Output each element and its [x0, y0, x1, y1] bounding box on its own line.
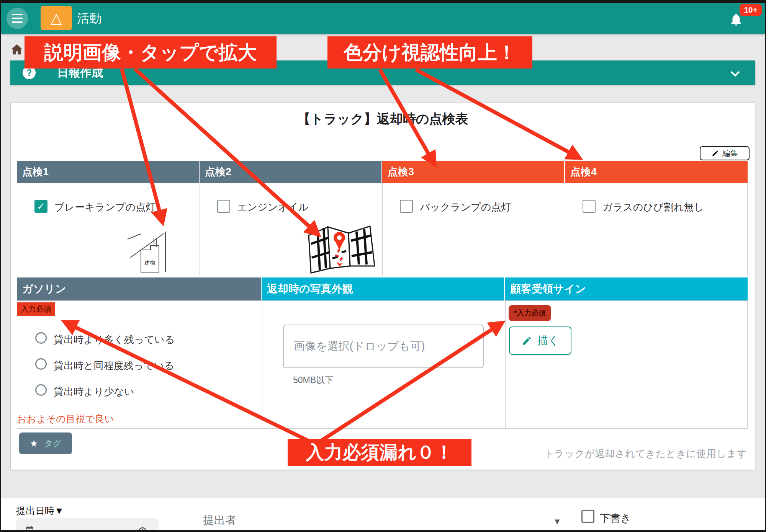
edit-button[interactable]: 編集 — [700, 146, 750, 160]
draw-button-label: 描く — [537, 333, 559, 348]
checkbox-glass-crack[interactable] — [583, 200, 596, 213]
checkbox-brake-lamp[interactable]: ✓ — [34, 200, 47, 213]
draft-checkbox-label: 下書き — [600, 511, 631, 525]
annotation-banner-bottom: 入力必須漏れ０！ — [288, 439, 471, 466]
page: △ 活動 10+ ? 日報作成 【トラック】返却時の点検表 編集 点検1 点検2… — [0, 0, 766, 532]
app-logo[interactable]: △ — [41, 6, 72, 30]
pencil-icon — [522, 336, 532, 346]
window-frame-top — [0, 0, 766, 3]
signature-header: 顧客受領サイン — [505, 277, 748, 300]
annotation-banner-top-right: 色分け視認性向上！ — [327, 36, 532, 69]
checkbox-label-back-lamp: バックランプの点灯 — [420, 201, 511, 214]
checkbox-label-brake-lamp: ブレーキランプの点灯 — [54, 201, 155, 214]
required-badge-signature: *入力必須 — [509, 305, 551, 321]
inspection-header-1: 点検1 — [17, 161, 200, 183]
gasoline-header: ガソリン — [17, 277, 262, 300]
submitter-label: 提出者 — [203, 513, 236, 528]
window-frame-left — [0, 0, 1, 532]
window-frame-bottom — [0, 530, 766, 532]
notification-badge: 10+ — [740, 4, 762, 16]
checkbox-label-glass-crack: ガラスのひび割れ無し — [602, 201, 704, 214]
image-upload-box[interactable]: 画像を選択(ドロップも可) — [283, 325, 484, 368]
form-title: 【トラック】返却時の点検表 — [10, 110, 755, 128]
checkbox-label-engine-oil: エンジンオイル — [237, 201, 308, 214]
radio-label-fuel-same: 貸出時と同程度残っている — [54, 359, 174, 372]
inspection-header-3: 点検3 — [382, 161, 565, 183]
image-upload-placeholder: 画像を選択(ドロップも可) — [294, 339, 425, 354]
inspection-header-2: 点検2 — [200, 161, 382, 183]
star-icon: ★ — [30, 438, 38, 449]
chevron-down-icon[interactable] — [730, 67, 740, 77]
menu-button[interactable] — [7, 8, 28, 29]
app-title: 活動 — [77, 3, 101, 34]
pencil-icon — [712, 150, 719, 157]
triangle-icon: △ — [51, 10, 62, 26]
radio-fuel-less[interactable] — [35, 384, 47, 396]
dropdown-caret-icon[interactable]: ▼ — [553, 517, 561, 527]
tag-button[interactable]: ★ タグ — [19, 432, 72, 454]
annotation-banner-top-left: 説明画像・タップで拡大 — [25, 36, 277, 69]
draft-checkbox[interactable] — [581, 510, 594, 523]
submit-date-sort-label[interactable]: 提出日時▼ — [16, 504, 64, 517]
checkbox-back-lamp[interactable] — [400, 200, 413, 213]
map-image[interactable] — [306, 223, 378, 275]
gasoline-note: おおよその目視で良い — [17, 413, 114, 425]
draw-button[interactable]: 描く — [509, 326, 571, 355]
inspection-header-4: 点検4 — [565, 161, 748, 183]
radio-fuel-more[interactable] — [35, 332, 47, 344]
upload-size-hint: 50MB以下 — [293, 374, 334, 386]
checkbox-engine-oil[interactable] — [217, 200, 230, 213]
radio-label-fuel-less: 貸出時より少ない — [54, 385, 134, 398]
site-plan-image[interactable]: 建物 — [126, 227, 184, 276]
app-bar: △ 活動 10+ — [1, 3, 765, 34]
home-icon[interactable] — [11, 44, 23, 55]
required-badge-gasoline: 入力必須 — [17, 302, 55, 316]
radio-label-fuel-more: 貸出時より多く残っている — [54, 333, 175, 346]
radio-fuel-same[interactable] — [35, 358, 47, 370]
photo-header: 返却時の写真外観 — [262, 277, 505, 300]
tag-button-label: タグ — [44, 438, 61, 449]
site-plan-label: 建物 — [144, 259, 155, 266]
edit-button-label: 編集 — [723, 148, 738, 158]
